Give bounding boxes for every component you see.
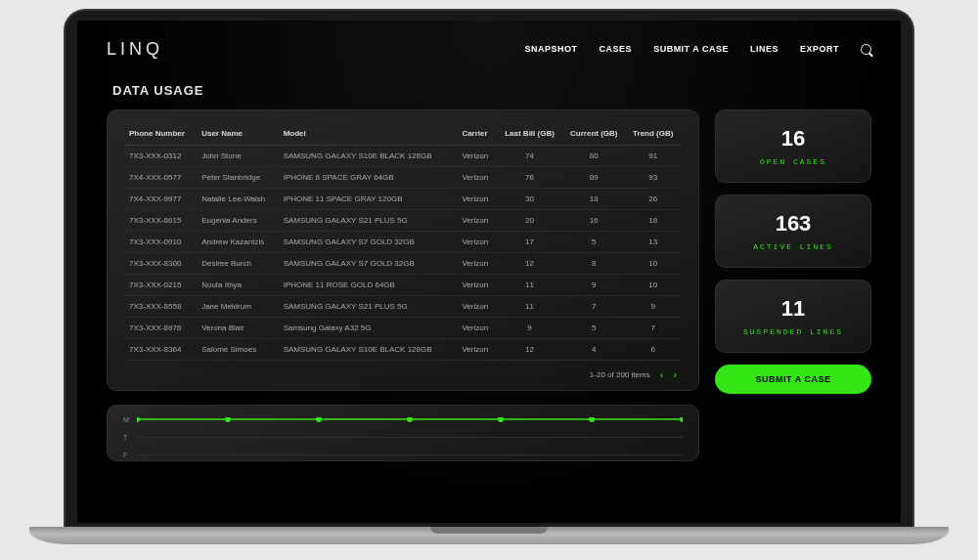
cell-last: 11: [497, 296, 562, 318]
cell-carrier: Verizon: [458, 275, 497, 296]
cell-model: IPHONE 11 SPACE GRAY 120GB: [280, 189, 459, 210]
chart-ytick: M: [123, 416, 129, 423]
cell-curr: 89: [562, 167, 626, 189]
nav-submit[interactable]: SUBMIT A CASE: [653, 44, 729, 54]
cell-curr: 18: [562, 189, 626, 210]
stat-suspended-lines[interactable]: 11 SUSPENDED LINES: [715, 280, 871, 353]
cell-carrier: Verizon: [458, 167, 497, 189]
svg-point-3: [407, 417, 413, 422]
cell-curr: 9: [562, 275, 626, 296]
data-usage-table: Phone Number User Name Model Carrier Las…: [125, 124, 681, 361]
stat-value: 16: [726, 126, 861, 151]
cell-curr: 5: [562, 318, 626, 339]
table-row[interactable]: 7X3-XXX-8558Jane MeldrumSAMSUNG GALAXY S…: [125, 296, 681, 318]
col-trend[interactable]: Trend (GB): [626, 124, 681, 146]
col-phone[interactable]: Phone Number: [125, 124, 198, 146]
cell-user: Jane Meldrum: [198, 296, 280, 318]
svg-point-4: [498, 417, 504, 422]
cell-user: Natalie Lee-Walsh: [198, 189, 280, 210]
trend-chart: M T F: [123, 417, 683, 460]
cell-model: Samsung Galaxy A32 5G: [280, 318, 459, 339]
cell-model: SAMSUNG GALAXY S10E BLACK 128GB: [280, 339, 459, 361]
table-row[interactable]: 7X3-XXX-8300Desiree BurchSAMSUNG GALAXY …: [125, 253, 681, 275]
cell-model: SAMSUNG GALAXY S7 GOLD 32GB: [280, 253, 459, 275]
stat-active-lines[interactable]: 163 ACTIVE LINES: [715, 194, 871, 268]
cell-last: 12: [497, 253, 562, 275]
pager-prev-icon[interactable]: ‹: [660, 368, 664, 380]
cell-trend: 18: [626, 210, 681, 232]
cell-carrier: Verizon: [458, 253, 497, 275]
cell-curr: 16: [562, 210, 626, 232]
cell-model: SAMSUNG GALAXY S7 GOLD 32GB: [280, 232, 459, 253]
table-row[interactable]: 7X4-XXX-0577Peter StanbridgeIPHONE 8 SPA…: [125, 167, 681, 189]
pager-next-icon[interactable]: ›: [673, 368, 677, 380]
table-row[interactable]: 7X3-XXX-0910Andrew KazantzisSAMSUNG GALA…: [125, 232, 681, 253]
cell-trend: 7: [626, 318, 681, 339]
cell-carrier: Verizon: [458, 232, 497, 253]
cell-user: Desiree Burch: [198, 253, 280, 275]
nav-lines[interactable]: LINES: [750, 44, 778, 54]
cell-model: SAMSUNG GALAXY S21 PLUS 5G: [280, 210, 459, 232]
table-row[interactable]: 7X3-XXX-0312John StoneSAMSUNG GALAXY S10…: [125, 146, 681, 167]
cell-phone: 7X3-XXX-8976: [125, 318, 198, 339]
data-usage-table-card: Phone Number User Name Model Carrier Las…: [107, 109, 699, 391]
nav-cases[interactable]: CASES: [600, 44, 633, 54]
col-carrier[interactable]: Carrier: [458, 124, 497, 146]
cell-carrier: Verizon: [458, 339, 497, 361]
brand-logo: LINQ: [107, 39, 163, 60]
col-curr[interactable]: Current (GB): [562, 124, 626, 146]
cell-last: 11: [497, 275, 562, 296]
cell-model: SAMSUNG GALAXY S10E BLACK 128GB: [280, 146, 459, 167]
cell-user: Peter Stanbridge: [198, 167, 280, 189]
page-title: DATA USAGE: [112, 83, 871, 98]
nav-export[interactable]: EXPORT: [800, 44, 839, 54]
cell-user: Verona Blair: [198, 318, 280, 339]
cell-user: Andrew Kazantzis: [198, 232, 280, 253]
cell-last: 20: [497, 210, 562, 232]
search-icon[interactable]: [861, 44, 871, 55]
topbar: LINQ SNAPSHOT CASES SUBMIT A CASE LINES …: [107, 34, 871, 64]
cell-last: 30: [497, 189, 562, 210]
cell-trend: 13: [626, 232, 681, 253]
svg-point-0: [137, 417, 140, 422]
cell-curr: 5: [562, 232, 626, 253]
cell-phone: 7X4-XXX-9977: [125, 189, 198, 210]
main-nav: SNAPSHOT CASES SUBMIT A CASE LINES EXPOR…: [525, 44, 871, 55]
cell-carrier: Verizon: [458, 210, 497, 232]
pager: 1-20 of 200 items ‹ ›: [125, 361, 681, 380]
cell-user: John Stone: [198, 146, 280, 167]
cell-carrier: Verizon: [458, 146, 497, 167]
table-row[interactable]: 7X4-XXX-9977Natalie Lee-WalshIPHONE 11 S…: [125, 189, 681, 210]
svg-point-1: [225, 417, 231, 422]
submit-case-button[interactable]: SUBMIT A CASE: [715, 365, 871, 394]
pager-text: 1-20 of 200 items: [590, 370, 650, 379]
chart-ytick: F: [123, 452, 127, 458]
cell-phone: 7X3-XXX-8558: [125, 296, 198, 318]
cell-carrier: Verizon: [458, 296, 497, 318]
cell-carrier: Verizon: [458, 189, 497, 210]
col-last[interactable]: Last Bill (GB): [497, 124, 562, 146]
table-row[interactable]: 7X3-XXX-0215Nouta IthyaIPHONE 11 ROSE GO…: [125, 275, 681, 296]
cell-model: IPHONE 11 ROSE GOLD 64GB: [280, 275, 459, 296]
stat-label: SUSPENDED LINES: [726, 327, 861, 336]
cell-last: 9: [497, 318, 562, 339]
cell-trend: 26: [626, 189, 681, 210]
cell-phone: 7X3-XXX-8300: [125, 253, 198, 275]
cell-trend: 10: [626, 253, 681, 275]
cell-user: Nouta Ithya: [198, 275, 280, 296]
cell-trend: 9: [626, 296, 681, 318]
col-model[interactable]: Model: [280, 124, 459, 146]
cell-model: SAMSUNG GALAXY S21 PLUS 5G: [280, 296, 459, 318]
table-row[interactable]: 7X3-XXX-8976Verona BlairSamsung Galaxy A…: [125, 318, 681, 339]
cell-carrier: Verizon: [458, 318, 497, 339]
cell-phone: 7X3-XXX-0215: [125, 275, 198, 296]
cell-trend: 91: [626, 146, 681, 167]
cell-last: 12: [497, 339, 562, 361]
table-row[interactable]: 7X3-XXX-8364Salome SimoesSAMSUNG GALAXY …: [125, 339, 681, 361]
cell-last: 76: [497, 167, 562, 189]
col-user[interactable]: User Name: [198, 124, 280, 146]
stat-value: 163: [726, 211, 861, 237]
table-row[interactable]: 7X3-XXX-8615Eugenia AndersSAMSUNG GALAXY…: [125, 210, 681, 232]
stat-open-cases[interactable]: 16 OPEN CASES: [715, 109, 871, 183]
nav-snapshot[interactable]: SNAPSHOT: [525, 44, 578, 54]
